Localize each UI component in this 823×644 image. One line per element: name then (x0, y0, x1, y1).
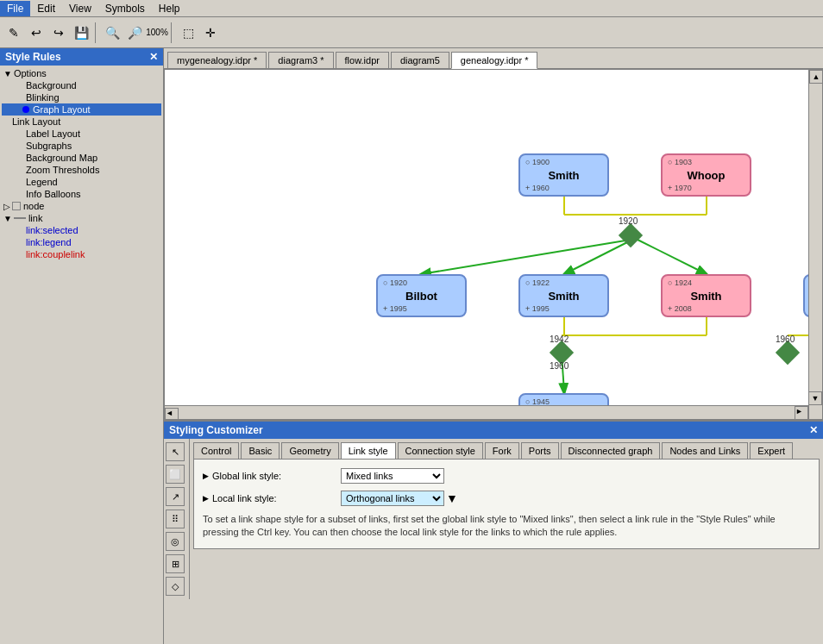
tab-genealogy[interactable]: genealogy.idpr * (451, 52, 538, 69)
sidebar-item-subgraphs[interactable]: Subgraphs (2, 140, 161, 152)
scroll-right-button[interactable]: ► (795, 406, 808, 420)
sidebar-item-label-layout[interactable]: Label Layout (2, 128, 161, 140)
link-layout-label: Link Layout (12, 116, 60, 127)
cust-icon-cursor[interactable]: ↖ (166, 442, 185, 461)
cust-tab-ports[interactable]: Ports (521, 442, 559, 459)
sidebar-item-zoom-thresholds[interactable]: Zoom Thresholds (2, 164, 161, 176)
sidebar-link[interactable]: ▼ link (2, 212, 161, 224)
node-smith1924[interactable]: ○ 1924 Smith + 2008 (661, 274, 751, 317)
cust-tab-expert[interactable]: Expert (750, 442, 793, 459)
sidebar-close-button[interactable]: ✕ (149, 51, 158, 63)
main-container: Style Rules ✕ ▼ Options Background Blink… (0, 48, 823, 644)
toolbar-sep1 (95, 22, 98, 43)
menu-bar: File Edit View Symbols Help (0, 0, 823, 17)
link-icon (14, 217, 26, 219)
toolbar-percent[interactable]: 100% (147, 22, 167, 43)
legend-label: Legend (26, 177, 58, 187)
sidebar-item-link-layout[interactable]: Link Layout (2, 116, 161, 128)
node-smith1922-name: Smith (548, 290, 579, 303)
sidebar-link-couplelink[interactable]: link:couplelink (2, 248, 161, 260)
toolbar-new[interactable]: ✎ (3, 22, 24, 43)
cust-icon-grid[interactable]: ⊞ (166, 554, 185, 573)
node-smith1922-year-bottom: + 1995 (525, 304, 550, 313)
svg-line-4 (421, 240, 631, 274)
sidebar-title: Style Rules (5, 51, 61, 63)
toolbar-redo[interactable]: ↪ (48, 22, 69, 43)
cust-icon-node[interactable]: ⬜ (166, 465, 185, 484)
diagram-svg (165, 70, 808, 405)
tab-flow[interactable]: flow.idpr (336, 52, 389, 68)
scroll-up-button[interactable]: ▲ (809, 70, 823, 84)
toolbar-save[interactable]: 💾 (71, 22, 91, 43)
sidebar: Style Rules ✕ ▼ Options Background Blink… (0, 48, 164, 644)
customizer-tabs: Control Basic Geometry Link style Connec… (190, 439, 823, 459)
customizer-close[interactable]: ✕ (809, 424, 818, 436)
menu-file[interactable]: File (0, 1, 30, 16)
cust-tab-nodes-links[interactable]: Nodes and Links (662, 442, 748, 459)
customizer-title: Styling Customizer (169, 424, 263, 436)
toolbar-select[interactable]: ⬚ (178, 22, 198, 43)
sidebar-item-graph-layout[interactable]: Graph Layout (2, 103, 161, 116)
cust-icon-diamond[interactable]: ◇ (166, 577, 185, 596)
toolbar-move[interactable]: ✛ (200, 22, 221, 43)
canvas-scrollbar-horizontal[interactable]: ◄ ► (165, 405, 808, 419)
node-smith1922[interactable]: ○ 1922 Smith + 1995 (518, 274, 609, 317)
node-bilbot1920[interactable]: ○ 1920 Bilbot + 1995 (376, 274, 467, 317)
sidebar-options[interactable]: ▼ Options (2, 67, 161, 79)
node-whoop[interactable]: ○ 1903 Whoop + 1970 (661, 153, 751, 197)
cust-icon-circle[interactable]: ◎ (166, 532, 185, 551)
cust-icon-link[interactable]: ↗ (166, 487, 185, 506)
node-bilbot1920-name: Bilbot (405, 290, 437, 303)
sidebar-header: Style Rules ✕ (0, 48, 163, 66)
canvas-customizer-split: ○ 1900 Smith + 1960 ○ 1903 Whoop + 1970 … (164, 69, 823, 644)
sidebar-node[interactable]: ▷ node (2, 200, 161, 212)
sidebar-item-legend[interactable]: Legend (2, 176, 161, 188)
cust-tab-control[interactable]: Control (193, 442, 239, 459)
cust-tab-basic[interactable]: Basic (241, 442, 280, 459)
menu-help[interactable]: Help (152, 1, 187, 16)
global-link-style-select[interactable]: Mixed links (341, 468, 444, 484)
graph-layout-icon (22, 106, 29, 113)
tab-mygenealogy[interactable]: mygenealogy.idpr * (167, 52, 267, 68)
link-legend-label: link:legend (26, 237, 72, 247)
toolbar-undo[interactable]: ↩ (26, 22, 47, 43)
cust-tab-fork[interactable]: Fork (485, 442, 519, 459)
svg-line-5 (564, 240, 632, 274)
cust-tab-geometry[interactable]: Geometry (281, 442, 338, 459)
scroll-left-button[interactable]: ◄ (165, 408, 179, 420)
zoom-label: Zoom Thresholds (26, 165, 99, 175)
cust-tab-disconnected[interactable]: Disconnected graph (561, 442, 661, 459)
diamond-1920-label: 1920 (619, 216, 638, 226)
sidebar-item-blinking[interactable]: Blinking (2, 91, 161, 103)
sidebar-link-legend[interactable]: link:legend (2, 236, 161, 248)
cust-icon-dots[interactable]: ⠿ (166, 510, 185, 528)
node-bilbot1920-year-top: ○ 1920 (383, 278, 407, 287)
subgraphs-label: Subgraphs (26, 141, 72, 151)
sidebar-item-background[interactable]: Background (2, 79, 161, 91)
cust-tab-connection-style[interactable]: Connection style (398, 442, 483, 459)
canvas-scrollbar-vertical[interactable]: ▲ ▼ (808, 70, 822, 419)
options-arrow: ▼ (3, 69, 12, 78)
sidebar-link-selected[interactable]: link:selected (2, 224, 161, 236)
node-smith1900[interactable]: ○ 1900 Smith + 1960 (518, 153, 609, 197)
scroll-down-button[interactable]: ▼ (808, 391, 822, 405)
node-bilbot1920-year-bottom: + 1995 (383, 304, 407, 313)
customizer-content: Global link style: Mixed links Local lin… (193, 459, 820, 549)
sidebar-item-background-map[interactable]: Background Map (2, 152, 161, 164)
canvas-area[interactable]: ○ 1900 Smith + 1960 ○ 1903 Whoop + 1970 … (164, 69, 823, 420)
sidebar-item-info-balloons[interactable]: Info Balloons (2, 188, 161, 200)
menu-edit[interactable]: Edit (30, 1, 62, 16)
svg-line-6 (638, 240, 707, 274)
cust-tab-link-style[interactable]: Link style (341, 442, 396, 459)
menu-view[interactable]: View (62, 1, 98, 16)
tab-diagram3[interactable]: diagram3 * (268, 52, 333, 68)
menu-symbols[interactable]: Symbols (98, 1, 152, 16)
local-link-style-row: Local link style: Orthogonal links ▼ (203, 491, 810, 506)
tab-diagram5[interactable]: diagram5 (391, 52, 449, 68)
sidebar-content: ▼ Options Background Blinking Graph Layo… (0, 66, 163, 644)
local-link-style-select[interactable]: Orthogonal links (341, 491, 444, 506)
toolbar-zoom-out[interactable]: 🔎 (124, 22, 145, 43)
customizer-sidebar: ↖ ⬜ ↗ ⠿ ◎ ⊞ ◇ (164, 439, 190, 599)
local-link-style-dropdown[interactable]: ▼ (446, 491, 458, 505)
toolbar-zoom-in[interactable]: 🔍 (102, 22, 123, 43)
